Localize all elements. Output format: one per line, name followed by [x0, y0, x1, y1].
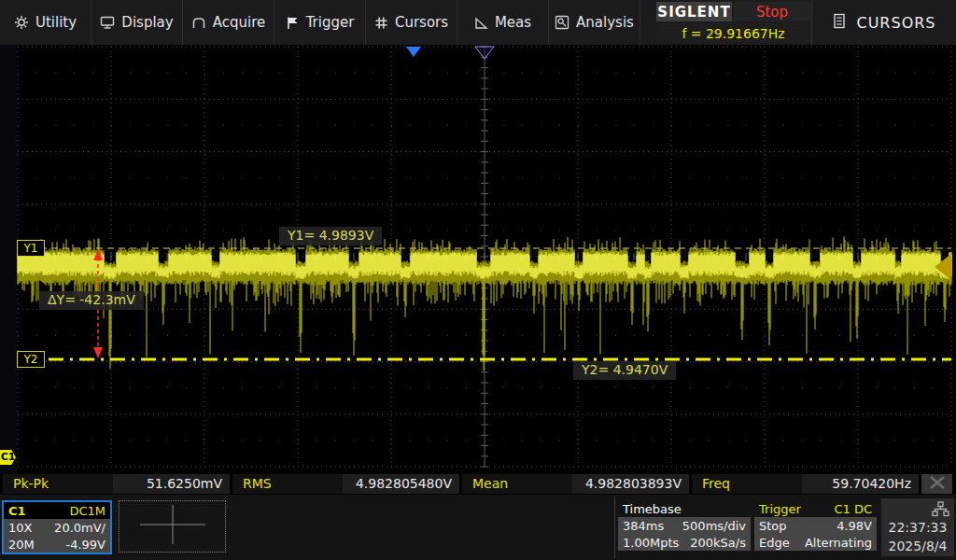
magnifier-icon — [555, 15, 569, 30]
trigger-type: Edge — [759, 536, 790, 550]
trigger-title: Trigger — [759, 502, 801, 516]
flag-icon — [286, 16, 300, 30]
menu-item-label: Acquire — [213, 14, 266, 31]
channel-coupling: DC1M — [69, 504, 105, 518]
brand-logo: SIGLENT — [656, 2, 732, 21]
timebase-descriptor[interactable]: Timebase 384ms 500ms/div 1.00Mpts 200kSa… — [618, 500, 751, 553]
channel1-descriptor[interactable]: C1 DC1M 10X 20.0mV/ 20M -4.99V — [2, 500, 112, 554]
status-bar: C1 DC1M 10X 20.0mV/ 20M -4.99V Timebase … — [0, 494, 956, 560]
menu-item-label: Utility — [35, 14, 77, 31]
menu-item-label: Display — [121, 14, 173, 31]
trigger-state: Stop — [759, 519, 787, 533]
measurement-label: Freq — [692, 474, 802, 494]
status-bar-divider — [614, 497, 615, 558]
channel-name: C1 — [8, 504, 26, 518]
trigger-descriptor[interactable]: Trigger C1 DC Stop 4.98V Edge Alternatin… — [754, 500, 877, 553]
clipboard-icon — [833, 13, 846, 33]
timebase-scale: 500ms/div — [682, 519, 746, 533]
trigger-frequency-readout: f = 29.91667Hz — [656, 23, 810, 43]
measurement-pkpk[interactable]: Pk-Pk 51.6250mV — [3, 474, 230, 494]
menu-item-label: Cursors — [395, 14, 448, 31]
cursor-y1-readout: Y1= 4.9893V — [279, 227, 382, 245]
timebase-points: 1.00Mpts — [623, 536, 679, 550]
trigger-level: 4.98V — [836, 519, 872, 533]
status-block: SIGLENT Stop f = 29.91667Hz — [656, 2, 810, 43]
clock-panel: 22:37:33 2025/8/4 — [881, 498, 954, 556]
measurement-freq[interactable]: Freq 59.70420Hz — [692, 474, 919, 494]
cursor-y2-tag[interactable]: Y2 — [17, 351, 45, 368]
menu-item-meas[interactable]: Meas — [457, 0, 549, 45]
grid-icon — [374, 16, 388, 30]
right-panel-title: CURSORS — [811, 0, 956, 45]
measurement-value: 51.6250mV — [113, 474, 230, 494]
trigger-source: C1 — [834, 502, 850, 516]
measurement-rms[interactable]: RMS 4.982805480V — [232, 474, 459, 494]
top-menu-bar: Utility Display Acquire Trigger Cursors … — [0, 0, 956, 45]
menu-item-cursors[interactable]: Cursors — [366, 0, 457, 45]
waveform-canvas — [0, 45, 956, 473]
add-channel-placeholder[interactable] — [119, 500, 226, 553]
timebase-title: Timebase — [623, 502, 682, 516]
menu-item-acquire[interactable]: Acquire — [183, 0, 274, 45]
channel-offset: -4.99V — [65, 538, 105, 552]
channel-bandwidth: 20M — [8, 538, 35, 552]
measurement-label: RMS — [232, 474, 343, 494]
menu-item-label: Meas — [495, 14, 531, 31]
gear-icon — [14, 15, 29, 30]
menu-item-display[interactable]: Display — [91, 0, 183, 45]
cursor-y2-readout: Y2= 4.9470V — [573, 361, 676, 380]
monitor-icon — [100, 16, 115, 30]
run-state-badge[interactable]: Stop — [734, 2, 810, 21]
close-measurements-button[interactable] — [921, 474, 952, 494]
trigger-coupling: DC — [854, 502, 872, 516]
menu-item-analysis[interactable]: Analysis — [549, 0, 640, 45]
timebase-delay: 384ms — [623, 519, 664, 533]
measurement-label: Pk-Pk — [3, 474, 113, 494]
cursor-delta-readout: ΔY= -42.3mV — [39, 291, 144, 310]
measurement-value: 59.70420Hz — [802, 474, 919, 494]
arch-icon — [191, 16, 206, 30]
cursor-y1-tag[interactable]: Y1 — [17, 240, 45, 257]
channel-probe: 10X — [8, 521, 32, 535]
measurement-mean[interactable]: Mean 4.982803893V — [462, 474, 689, 494]
trigger-markers[interactable] — [93, 47, 951, 358]
network-icon — [932, 501, 949, 521]
clock-date: 2025/8/4 — [881, 539, 954, 553]
measurement-value: 4.982803893V — [572, 474, 689, 494]
timebase-samplerate: 200kSa/s — [690, 536, 746, 550]
panel-title-label: CURSORS — [856, 14, 935, 32]
close-icon — [929, 475, 946, 493]
measurement-bar: Pk-Pk 51.6250mV RMS 4.982805480V Mean 4.… — [0, 473, 956, 494]
measurement-value: 4.982805480V — [343, 474, 459, 494]
menu-item-label: Analysis — [576, 14, 634, 31]
crosshair-icon — [137, 503, 208, 550]
trigger-mode: Alternating — [805, 536, 872, 550]
menu-item-label: Trigger — [306, 14, 355, 31]
waveform-display: Y1 Y2 Y1= 4.9893V ΔY= -42.3mV Y2= 4.9470… — [0, 45, 956, 473]
menu-item-trigger[interactable]: Trigger — [274, 0, 366, 45]
clock-time: 22:37:33 — [881, 520, 954, 535]
measurement-label: Mean — [462, 474, 572, 494]
channel-scale: 20.0mV/ — [54, 521, 105, 535]
menu-item-utility[interactable]: Utility — [0, 0, 91, 45]
set-square-icon — [474, 16, 488, 30]
